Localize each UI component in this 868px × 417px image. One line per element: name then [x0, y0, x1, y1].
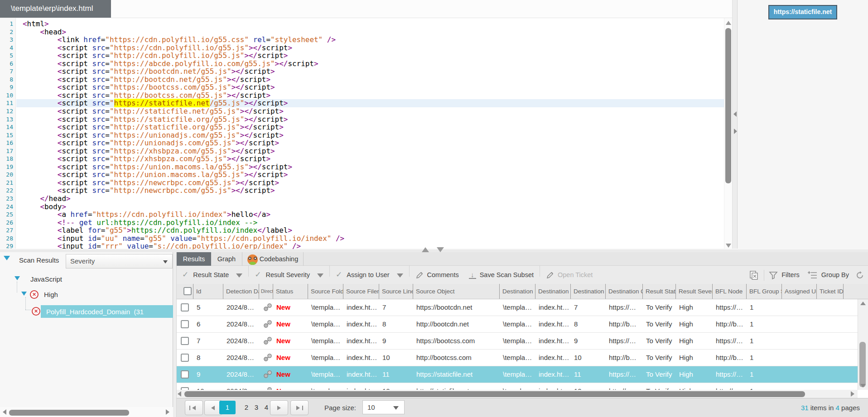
refresh-icon[interactable]: [855, 271, 864, 280]
pager-last-button[interactable]: [290, 400, 309, 415]
cell-checkbox[interactable]: [177, 350, 193, 366]
group-by-icon[interactable]: [808, 271, 818, 280]
toolbar-button-assign-to-user[interactable]: ✓Assign to User: [331, 266, 408, 284]
row-checkbox[interactable]: [181, 337, 189, 345]
vertical-splitter[interactable]: [732, 0, 738, 249]
code-line-27[interactable]: 27 <label for="g55">https://cdn.polyfill…: [0, 226, 724, 235]
tab-results[interactable]: Results: [177, 252, 211, 266]
results-hscrollbar-thumb[interactable]: [184, 391, 805, 397]
tree-expander-icon[interactable]: [14, 276, 20, 280]
column-header-source-line[interactable]: Source Line: [379, 284, 413, 299]
pager-page-1[interactable]: 1: [219, 401, 236, 414]
column-header-source-filename[interactable]: Source Filename: [343, 284, 379, 299]
column-header-result-severity[interactable]: Result Severity: [676, 284, 713, 299]
toolbar-button-comments[interactable]: Comments: [410, 266, 464, 284]
pager-page-3[interactable]: 3: [251, 401, 261, 414]
column-header-bfl-group-size[interactable]: BFL Group Size: [747, 284, 782, 299]
cell-checkbox[interactable]: [177, 333, 193, 349]
bottom-panel-divider[interactable]: [173, 252, 177, 417]
code-scrollbar-thumb[interactable]: [725, 28, 731, 183]
results-scroll-down-icon[interactable]: [860, 384, 866, 388]
page-size-dropdown[interactable]: 10: [362, 400, 405, 414]
code-line-2[interactable]: 2 <head>: [0, 28, 724, 36]
code-line-13[interactable]: 13 <script src="https://staticfile.org/g…: [0, 115, 724, 124]
code-line-19[interactable]: 19 <script src="https://union.macoms.la/…: [0, 163, 724, 171]
results-scroll-right-icon[interactable]: [851, 391, 854, 397]
column-header-source-object[interactable]: Source Object: [413, 284, 500, 299]
severity-filter-dropdown[interactable]: Severity: [66, 254, 173, 268]
splitter-collapse-left-icon[interactable]: [733, 111, 737, 117]
column-header-source-folder[interactable]: Source Folder: [308, 284, 343, 299]
row-checkbox[interactable]: [181, 354, 189, 362]
code-line-4[interactable]: 4 <script src="https://cdn.polyfill.io/g…: [0, 44, 724, 52]
code-line-16[interactable]: 16 <script src="http://unionadjs.com/g55…: [0, 139, 724, 147]
column-header-assigned-user[interactable]: Assigned User: [782, 284, 817, 299]
code-line-17[interactable]: 17 <script src="https://xhsbpza.com/g55.…: [0, 147, 724, 155]
toolbar-button-save-scan-subset[interactable]: ↓Save Scan Subset: [464, 266, 539, 284]
splitter-collapse-down-icon[interactable]: [437, 247, 444, 252]
code-line-6[interactable]: 6 <script src="https://abcde.polyfill.io…: [0, 60, 724, 68]
column-header-ticket-id[interactable]: Ticket ID: [817, 284, 844, 299]
column-header-bfl-node[interactable]: BFL Node: [713, 284, 747, 299]
code-line-20[interactable]: 20 <script src="http://union.macoms.la/g…: [0, 171, 724, 179]
code-line-8[interactable]: 8 <script src="http://bootcdn.net/g55.js…: [0, 76, 724, 84]
tree-scroll-right-icon[interactable]: [166, 409, 169, 415]
results-scroll-left-icon[interactable]: [178, 391, 181, 397]
code-line-22[interactable]: 22 <script src="http://newcrbpc.com/g55.…: [0, 187, 724, 195]
tab-codebashing[interactable]: Codebashing: [242, 252, 304, 266]
code-line-24[interactable]: 24 <body>: [0, 203, 724, 211]
splitter-collapse-right-icon[interactable]: [734, 129, 737, 134]
pager-page-2[interactable]: 2: [241, 401, 251, 414]
column-header-checkbox[interactable]: [177, 284, 193, 299]
select-all-checkbox[interactable]: [183, 287, 192, 295]
cell-checkbox[interactable]: [177, 316, 193, 332]
code-line-9[interactable]: 9 <script src="https://bootcss.com/g55.j…: [0, 83, 724, 91]
results-vscrollbar-thumb[interactable]: [859, 342, 866, 387]
column-header-result-state[interactable]: Result State: [643, 284, 676, 299]
column-header-destination-filename[interactable]: Destination Filename: [535, 284, 571, 299]
column-header-detection-date[interactable]: Detection Date: [223, 284, 259, 299]
toolbar-button-result-state[interactable]: ✓Result State: [177, 266, 247, 284]
code-line-11[interactable]: 11 <script src="https://staticfile.net/g…: [0, 99, 724, 107]
tree-item-javascript[interactable]: JavaScript: [30, 275, 62, 283]
scroll-down-icon[interactable]: [726, 244, 731, 248]
code-line-1[interactable]: 1<html>: [0, 20, 724, 28]
tree-item-polyfill-hardcoded-domain[interactable]: Polyfill_Hardcoded_Domain (31: [46, 308, 144, 316]
column-header-destination-line[interactable]: Destination Line: [571, 284, 606, 299]
splitter-collapse-up-icon[interactable]: [422, 247, 429, 252]
tree-item-high[interactable]: High: [44, 291, 58, 298]
column-header-destination-folder[interactable]: Destination Folder: [500, 284, 535, 299]
table-row-8[interactable]: 82024/8…New\templa…index.ht…10http://boo…: [177, 350, 858, 366]
file-tab[interactable]: \template\erp\index.html: [0, 0, 111, 18]
code-line-28[interactable]: 28 <input id="uu" name="g55" value="http…: [0, 235, 724, 243]
code-line-21[interactable]: 21 <script src="https://newcrbpc.com/g55…: [0, 179, 724, 187]
table-row-7[interactable]: 72024/8…New\templa…index.ht…9https://boo…: [177, 333, 858, 350]
filters-funnel-icon[interactable]: [769, 271, 778, 280]
pager-first-button[interactable]: [185, 400, 203, 415]
column-header-id[interactable]: Id: [193, 284, 223, 299]
row-checkbox[interactable]: [181, 370, 189, 379]
tree-expander-icon[interactable]: [21, 292, 27, 296]
cell-checkbox[interactable]: [177, 366, 193, 383]
column-header-destination-object[interactable]: Destination Object: [606, 284, 643, 299]
code-line-14[interactable]: 14 <script src="http://staticfile.org/g5…: [0, 123, 724, 131]
table-row-9[interactable]: 92024/8…New\templa…index.ht…11https://st…: [177, 366, 858, 383]
tree-scrollbar-thumb[interactable]: [9, 410, 129, 416]
code-line-7[interactable]: 7 <script src="https://bootcdn.net/g55.j…: [0, 67, 724, 76]
scroll-up-icon[interactable]: [726, 21, 731, 25]
export-icon[interactable]: [748, 270, 759, 281]
row-checkbox[interactable]: [181, 303, 189, 312]
code-line-25[interactable]: 25 <a href="https://cdn.polyfill.io/inde…: [0, 211, 724, 219]
table-row-6[interactable]: 62024/8…New\templa…index.ht…8http://boot…: [177, 316, 858, 333]
group-by-button[interactable]: Group By: [821, 271, 849, 278]
code-line-23[interactable]: 23 </head>: [0, 195, 724, 203]
toolbar-button-result-severity[interactable]: ✓Result Severity: [250, 266, 328, 284]
toolbar-button-open-ticket[interactable]: Open Ticket: [541, 266, 598, 284]
row-checkbox[interactable]: [181, 320, 189, 328]
cell-checkbox[interactable]: [177, 383, 193, 390]
code-line-12[interactable]: 12 <script src="http://staticfile.net/g5…: [0, 107, 724, 115]
cell-checkbox[interactable]: [177, 299, 193, 316]
code-line-26[interactable]: 26 <!-- get url:https://cdn.polyfill.io/…: [0, 219, 724, 227]
code-line-3[interactable]: 3 <link href="https://cdn.polyfill.io/g5…: [0, 36, 724, 44]
pager-next-button[interactable]: [270, 400, 288, 415]
